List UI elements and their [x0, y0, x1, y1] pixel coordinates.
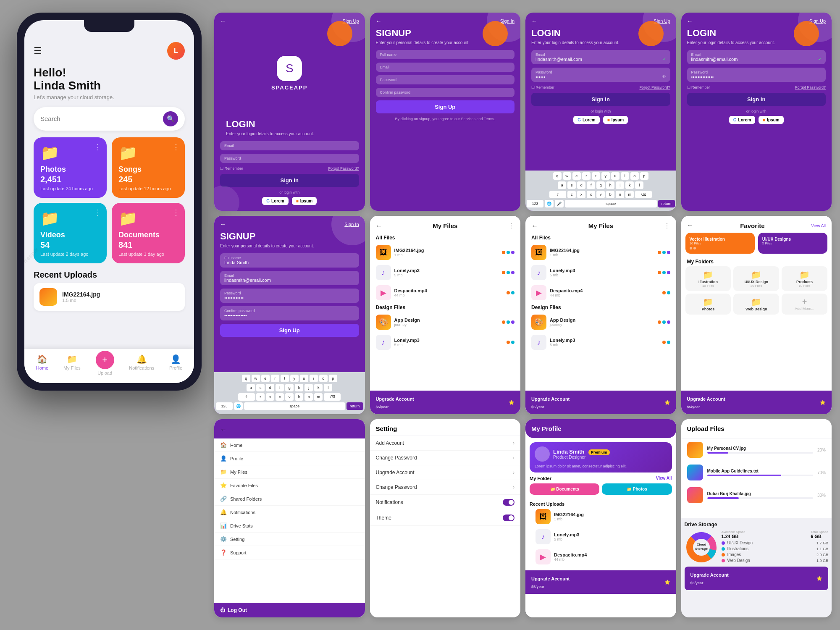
key-h[interactable]: h: [606, 181, 614, 189]
key-b[interactable]: b: [606, 191, 614, 198]
key-l[interactable]: l: [635, 181, 643, 189]
file-row[interactable]: ♪ Lonely.mp3 5 mb: [370, 262, 521, 283]
folder-item[interactable]: + Add More...: [782, 294, 827, 315]
folder-documents[interactable]: 📁 Documents: [530, 483, 599, 495]
key-c[interactable]: c: [587, 191, 595, 198]
key-v[interactable]: v: [596, 191, 605, 198]
nav-notifications[interactable]: 🔔 Notifications: [129, 354, 154, 375]
back-arrow-icon[interactable]: ←: [220, 221, 226, 228]
setting-change-password-2[interactable]: Change Password ›: [370, 480, 521, 495]
add-icon[interactable]: +: [785, 297, 824, 307]
menu-item-shared[interactable]: 🔗 Shared Folders: [214, 492, 365, 506]
signup-button[interactable]: Sign Up: [376, 100, 515, 113]
menu-item-notifications[interactable]: 🔔 Notifications: [214, 506, 365, 519]
hamburger-icon[interactable]: ☰: [34, 45, 42, 56]
keyboard[interactable]: qw er ty ui op as df gh jk l ⇧ zx cv: [214, 372, 365, 414]
nav-home[interactable]: 🏠 Home: [36, 354, 48, 375]
setting-change-password[interactable]: Change Password ›: [370, 451, 521, 465]
remember-checkbox[interactable]: ☐ Remember: [531, 85, 554, 89]
view-all-link[interactable]: View All: [811, 223, 826, 228]
menu-item-files[interactable]: 📁 My Files: [214, 465, 365, 479]
key-n[interactable]: n: [616, 191, 624, 198]
file-row[interactable]: ♪ Lonely.mp3 5 mb: [525, 332, 676, 352]
file-card-songs[interactable]: ⋮ 📁 Songs 245 Last update 12 hours ago: [112, 137, 185, 198]
nav-upload[interactable]: + Upload: [96, 354, 114, 375]
setting-upgrade[interactable]: Upgrade Account ›: [370, 465, 521, 480]
key-q[interactable]: q: [553, 172, 562, 180]
key-i[interactable]: i: [621, 172, 629, 180]
nav-my-files[interactable]: 📁 My Files: [63, 354, 81, 375]
key-e[interactable]: e: [572, 172, 581, 180]
file-row[interactable]: ▶ Despacito.mp4 44 mb: [525, 283, 676, 303]
file-card-documents[interactable]: ⋮ 📁 Documents 841 Last update 1 day ago: [112, 203, 185, 263]
key-d[interactable]: d: [577, 181, 585, 189]
folder-item[interactable]: 📁 UI/UX Design 30 Files: [733, 266, 779, 291]
file-row[interactable]: ♪ Lonely.mp3 5 mb: [530, 527, 672, 547]
remember-checkbox[interactable]: ☐ Remember: [687, 85, 710, 89]
google-login-button[interactable]: G Lorem: [573, 116, 599, 124]
search-bar[interactable]: 🔍: [34, 107, 185, 131]
back-arrow-icon[interactable]: ←: [220, 18, 226, 24]
theme-toggle[interactable]: [503, 514, 514, 521]
google-login-button[interactable]: G Lorem: [729, 116, 755, 124]
menu-item-profile[interactable]: 👤 Profile: [214, 452, 365, 465]
key-a[interactable]: a: [558, 181, 566, 189]
forgot-password-link[interactable]: Forgot Password?: [328, 166, 359, 171]
upgrade-bar[interactable]: Upgrade Account $5/year ⭐: [685, 567, 829, 590]
key-y[interactable]: y: [601, 172, 610, 180]
key-o[interactable]: o: [630, 172, 639, 180]
key-j[interactable]: j: [616, 181, 624, 189]
file-row[interactable]: 🎨 App Design journey: [525, 312, 676, 332]
key-t[interactable]: t: [592, 172, 600, 180]
folder-item[interactable]: 📁 Photos: [685, 294, 731, 315]
nav-profile[interactable]: 👤 Profile: [169, 354, 182, 375]
show-password-icon[interactable]: 👁: [662, 74, 666, 79]
back-arrow-icon[interactable]: ←: [687, 222, 694, 229]
facebook-login-button[interactable]: ■ Ipsum: [603, 116, 628, 124]
keyboard[interactable]: q w e r t y u i o p a s d: [525, 171, 676, 211]
key-backspace[interactable]: ⌫: [635, 191, 652, 198]
back-arrow-icon[interactable]: ←: [531, 222, 538, 230]
upgrade-bar[interactable]: Upgrade Account $5/year ⭐: [370, 391, 521, 414]
key-p[interactable]: p: [640, 172, 648, 180]
setting-notifications[interactable]: Notifications: [370, 495, 521, 510]
file-card-videos[interactable]: ⋮ 📁 Videos 54 Last update 2 days ago: [34, 203, 107, 263]
upgrade-bar[interactable]: Upgrade Account $5/year ⭐: [525, 570, 676, 594]
file-row[interactable]: ♪ Lonely.mp3 5 mb: [370, 332, 521, 352]
card-menu-icon[interactable]: ⋮: [172, 208, 180, 217]
key-m[interactable]: m: [625, 191, 634, 198]
key-r[interactable]: r: [582, 172, 591, 180]
card-menu-icon[interactable]: ⋮: [94, 142, 102, 152]
back-arrow-icon[interactable]: ←: [376, 18, 382, 24]
folder-item[interactable]: 📁 Web Design: [733, 294, 779, 315]
forgot-password-link[interactable]: Forgot Password?: [795, 85, 826, 89]
notifications-toggle[interactable]: [503, 499, 514, 506]
file-row[interactable]: ▶ Despacito.mp4 44 mb: [370, 283, 521, 303]
key-u[interactable]: u: [611, 172, 620, 180]
menu-item-home[interactable]: 🏠 Home: [214, 438, 365, 452]
menu-back-icon[interactable]: ←: [220, 426, 227, 433]
key-return[interactable]: return: [658, 200, 675, 207]
key-f[interactable]: f: [587, 181, 595, 189]
folder-item[interactable]: 📁 Illustration 10 Files: [685, 266, 731, 291]
menu-item-drive[interactable]: 📊 Drive Stats: [214, 519, 365, 533]
key-emoji[interactable]: 🌐: [545, 200, 554, 207]
remember-checkbox[interactable]: ☐ Remember: [220, 166, 243, 171]
folder-photos[interactable]: 📁 Photos: [602, 483, 672, 495]
back-arrow-icon[interactable]: ←: [531, 18, 537, 24]
key-z[interactable]: z: [567, 191, 576, 198]
key-x[interactable]: x: [577, 191, 585, 198]
key-shift[interactable]: ⇧: [549, 191, 566, 198]
upgrade-bar[interactable]: Upgrade Account $5/year ⭐: [681, 391, 832, 414]
avatar[interactable]: L: [167, 42, 185, 60]
signin-button[interactable]: Sign In: [687, 93, 826, 106]
google-login-button[interactable]: G Lorem: [262, 197, 288, 205]
file-row[interactable]: 🎨 App Design journey: [370, 312, 521, 332]
forgot-password-link[interactable]: Forgot Password?: [639, 85, 670, 89]
menu-item-setting[interactable]: ⚙️ Setting: [214, 533, 365, 546]
file-row[interactable]: 🖼 IMG22164.jpg 1 mb: [370, 242, 521, 262]
search-button[interactable]: 🔍: [163, 111, 178, 126]
file-card-photos[interactable]: ⋮ 📁 Photos 2,451 Last update 24 hours ag…: [34, 137, 107, 198]
signin-button[interactable]: Sign In: [220, 174, 359, 187]
menu-item-favorites[interactable]: ⭐ Favorite Files: [214, 479, 365, 492]
